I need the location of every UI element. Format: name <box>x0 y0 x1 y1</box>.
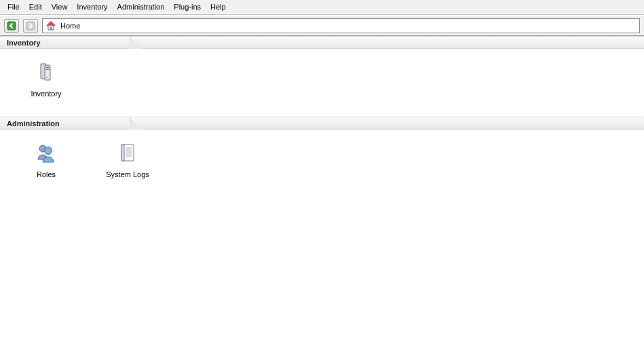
menu-help[interactable]: Help <box>206 1 231 12</box>
arrow-right-icon <box>26 21 35 31</box>
toolbar: Home <box>0 16 644 36</box>
home-icon <box>45 20 56 31</box>
svg-rect-0 <box>7 22 16 30</box>
menubar-separator <box>0 14 644 15</box>
menu-edit[interactable]: Edit <box>24 1 47 12</box>
menu-view[interactable]: View <box>47 1 73 12</box>
arrow-left-icon <box>7 21 16 31</box>
section-header-administration: Administration <box>0 117 644 130</box>
item-roles-label: Roles <box>37 170 56 178</box>
document-icon <box>117 142 138 164</box>
svg-rect-1 <box>26 22 35 30</box>
svg-point-10 <box>46 77 48 78</box>
back-button[interactable] <box>4 19 19 33</box>
forward-button[interactable] <box>23 19 38 33</box>
users-icon <box>35 142 57 164</box>
svg-rect-8 <box>46 66 50 68</box>
content-area: Inventory Inventory Administration <box>0 36 644 361</box>
section-title-administration: Administration <box>0 119 60 128</box>
section-inventory: Inventory Inventory <box>0 36 644 117</box>
item-system-logs-label: System Logs <box>106 170 149 178</box>
item-inventory[interactable]: Inventory <box>19 61 73 98</box>
menu-plugins[interactable]: Plug-ins <box>169 1 206 12</box>
svg-rect-14 <box>121 145 124 161</box>
section-header-inventory: Inventory <box>0 37 644 49</box>
servers-icon <box>35 61 57 83</box>
breadcrumb-location: Home <box>60 22 80 30</box>
item-roles[interactable]: Roles <box>19 142 73 178</box>
administration-items: Roles System Logs <box>0 130 644 197</box>
item-inventory-label: Inventory <box>31 90 61 98</box>
menu-file[interactable]: File <box>3 1 24 12</box>
svg-rect-3 <box>50 27 52 30</box>
section-title-inventory: Inventory <box>0 39 41 47</box>
svg-marker-5 <box>48 22 55 26</box>
item-system-logs[interactable]: System Logs <box>100 142 155 178</box>
breadcrumb-bar[interactable]: Home <box>42 18 640 33</box>
svg-rect-9 <box>46 69 50 70</box>
menubar: File Edit View Inventory Administration … <box>0 0 644 14</box>
svg-point-12 <box>45 147 52 155</box>
section-administration: Administration Roles <box>0 117 644 197</box>
menu-administration[interactable]: Administration <box>113 1 170 12</box>
menu-inventory[interactable]: Inventory <box>72 1 112 12</box>
inventory-items: Inventory <box>0 49 644 117</box>
